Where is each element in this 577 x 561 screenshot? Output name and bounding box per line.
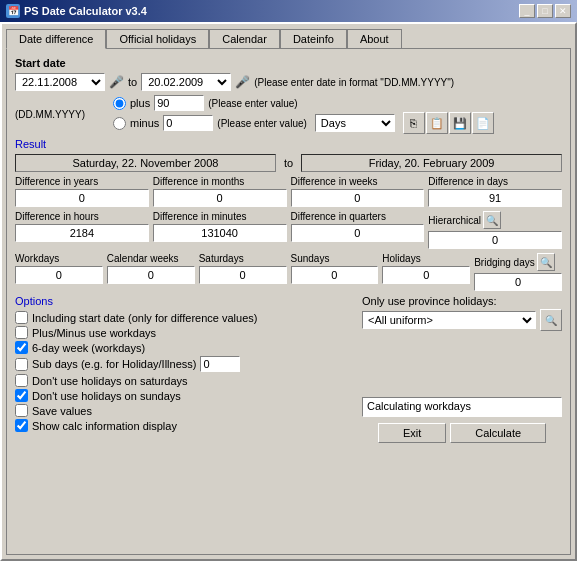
tab-bar: Date difference Official holidays Calend… [6, 28, 571, 48]
checkbox-1[interactable] [15, 326, 28, 339]
tab-about[interactable]: About [347, 29, 402, 49]
province-select[interactable]: <All uniform> [362, 311, 536, 329]
plus-radio[interactable] [113, 97, 126, 110]
saturdays-item: Saturdays 0 [199, 253, 287, 291]
checkbox-7[interactable] [15, 419, 28, 432]
minus-value-input[interactable] [163, 115, 213, 131]
diff-hours-label: Difference in hours [15, 211, 149, 222]
result-label: Result [15, 138, 562, 150]
holidays-item: Holidays 0 [382, 253, 470, 291]
maximize-button[interactable]: □ [537, 4, 553, 18]
province-zoom-btn[interactable]: 🔍 [540, 309, 562, 331]
plus-hint: (Please enter value) [208, 98, 298, 109]
paste-btn[interactable]: 📄 [472, 112, 494, 134]
mic-icon-end[interactable]: 🎤 [235, 75, 250, 89]
diff-years: Difference in years 0 [15, 176, 149, 207]
checkbox-5[interactable] [15, 389, 28, 402]
options-section: Options Including start date (only for d… [15, 295, 562, 443]
exit-button[interactable]: Exit [378, 423, 446, 443]
workdays-section: Workdays 0 Calendar weeks 0 Saturdays 0 … [15, 253, 562, 291]
diff-section-1: Difference in years 0 Difference in mont… [15, 176, 562, 207]
end-date-input[interactable]: 20.02.2009 [141, 73, 231, 91]
diff-days-label: Difference in days [428, 176, 562, 187]
mic-icon-start[interactable]: 🎤 [109, 75, 124, 89]
cal-weeks-label: Calendar weeks [107, 253, 195, 264]
minus-hint: (Please enter value) [217, 118, 307, 129]
checkbox-0[interactable] [15, 311, 28, 324]
diff-minutes-label: Difference in minutes [153, 211, 287, 222]
diff-quarters-label: Difference in quarters [291, 211, 425, 222]
province-label: Only use province holidays: [362, 295, 562, 307]
diff-years-label: Difference in years [15, 176, 149, 187]
diff-months-label: Difference in months [153, 176, 287, 187]
diff-hours: Difference in hours 2184 [15, 211, 149, 249]
date-format-row: (DD.MM.YYYY) plus (Please enter value) m… [15, 95, 562, 134]
saturdays-value: 0 [199, 266, 287, 284]
copy-btn-2[interactable]: 📋 [426, 112, 448, 134]
copy-btn-1[interactable]: ⎘ [403, 112, 425, 134]
checkbox-label-5: Don't use holidays on sundays [32, 390, 181, 402]
start-result: Saturday, 22. November 2008 [15, 154, 276, 172]
diff-weeks: Difference in weeks 0 [291, 176, 425, 207]
sundays-value: 0 [291, 266, 379, 284]
minimize-button[interactable]: _ [519, 4, 535, 18]
cal-weeks-value: 0 [107, 266, 195, 284]
checkbox-label-1: Plus/Minus use workdays [32, 327, 156, 339]
sub-days-input[interactable] [200, 356, 240, 372]
date-format-hint: (Please enter date in format "DD.MM.YYYY… [254, 77, 454, 88]
checkbox-3[interactable] [15, 358, 28, 371]
checkbox-row-3: Sub days (e.g. for Holiday/Illness) [15, 356, 354, 372]
diff-days-value: 91 [428, 189, 562, 207]
checkbox-row-4: Don't use holidays on saturdays [15, 374, 354, 387]
app-icon: 📅 [6, 4, 20, 18]
diff-hierarchical: Hierarchical 🔍 0 [428, 211, 562, 249]
diff-years-value: 0 [15, 189, 149, 207]
checkbox-4[interactable] [15, 374, 28, 387]
tab-date-difference[interactable]: Date difference [6, 29, 106, 49]
date-format-label: (DD.MM.YYYY) [15, 109, 105, 120]
checkbox-row-5: Don't use holidays on sundays [15, 389, 354, 402]
checkbox-row-2: 6-day week (workdays) [15, 341, 354, 354]
checkbox-label-3: Sub days (e.g. for Holiday/Illness) [32, 358, 196, 370]
checkbox-row-6: Save values [15, 404, 354, 417]
options-left: Options Including start date (only for d… [15, 295, 354, 443]
close-button[interactable]: ✕ [555, 4, 571, 18]
bridging-zoom-btn[interactable]: 🔍 [537, 253, 555, 271]
start-date-input[interactable]: 22.11.2008 [15, 73, 105, 91]
saturdays-label: Saturdays [199, 253, 287, 264]
plus-value-input[interactable] [154, 95, 204, 111]
bridging-value: 0 [474, 273, 562, 291]
hierarchical-zoom-btn[interactable]: 🔍 [483, 211, 501, 229]
tab-official-holidays[interactable]: Official holidays [106, 29, 209, 49]
diff-weeks-value: 0 [291, 189, 425, 207]
holidays-label: Holidays [382, 253, 470, 264]
checkbox-label-7: Show calc information display [32, 420, 177, 432]
start-date-label: Start date [15, 57, 562, 69]
main-window: Date difference Official holidays Calend… [0, 22, 577, 561]
tab-calendar[interactable]: Calendar [209, 29, 280, 49]
bridging-item: Bridging days 🔍 0 [474, 253, 562, 291]
title-bar: 📅 PS Date Calculator v3.4 _ □ ✕ [0, 0, 577, 22]
result-to-label: to [284, 157, 293, 169]
tab-content: Start date 22.11.2008 🎤 to 20.02.2009 🎤 … [6, 48, 571, 555]
checkbox-2[interactable] [15, 341, 28, 354]
plus-label: plus [130, 97, 150, 109]
checkbox-6[interactable] [15, 404, 28, 417]
save-btn[interactable]: 💾 [449, 112, 471, 134]
diff-hours-value: 2184 [15, 224, 149, 242]
days-select[interactable]: Days Weeks Months Years [315, 114, 395, 132]
start-date-row: 22.11.2008 🎤 to 20.02.2009 🎤 (Please ent… [15, 73, 562, 91]
calculate-button[interactable]: Calculate [450, 423, 546, 443]
to-label: to [128, 76, 137, 88]
minus-label: minus [130, 117, 159, 129]
minus-radio[interactable] [113, 117, 126, 130]
sundays-item: Sundays 0 [291, 253, 379, 291]
holidays-value: 0 [382, 266, 470, 284]
sundays-label: Sundays [291, 253, 379, 264]
checkbox-label-4: Don't use holidays on saturdays [32, 375, 188, 387]
checkbox-row-1: Plus/Minus use workdays [15, 326, 354, 339]
diff-days: Difference in days 91 [428, 176, 562, 207]
diff-weeks-label: Difference in weeks [291, 176, 425, 187]
checkbox-label-0: Including start date (only for differenc… [32, 312, 257, 324]
tab-dateinfo[interactable]: Dateinfo [280, 29, 347, 49]
